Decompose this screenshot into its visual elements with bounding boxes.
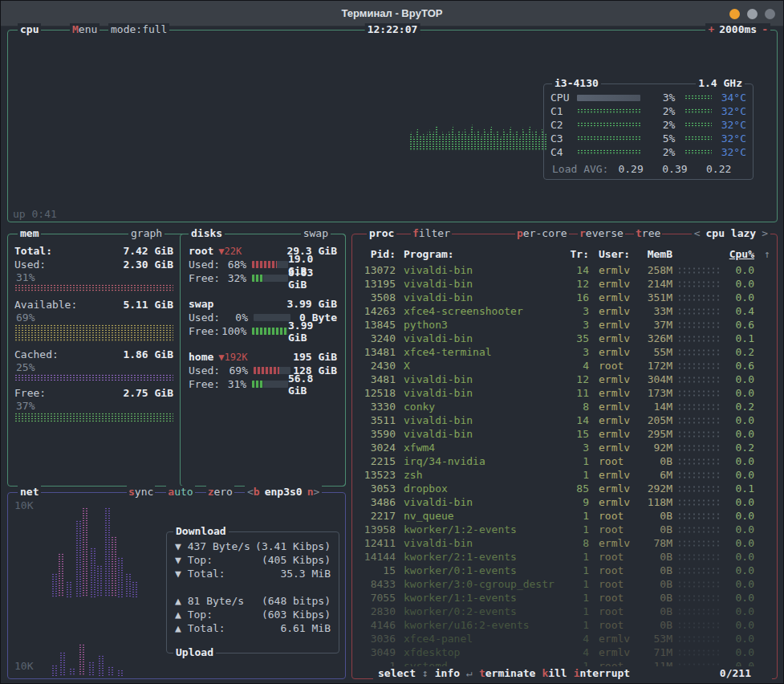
cpu-box: cpu Menu mode:full 12:22:07 + 2000ms - u…: [7, 30, 778, 222]
interval-decrease-button[interactable]: -: [762, 23, 768, 35]
interface-selector: <b enp3s0 n>: [245, 486, 322, 498]
process-row[interactable]: 3590 vivaldi-bin 15 ermlv 295M 0.0: [359, 427, 770, 441]
column-graph-spacer: [677, 250, 721, 258]
process-user: root: [589, 619, 636, 631]
process-row[interactable]: 3511 vivaldi-bin 14 ermlv 205M 0.0: [359, 413, 770, 427]
process-row[interactable]: 3036 xfce4-panel 4 ermlv 53M 0.0: [359, 632, 770, 645]
kill-button[interactable]: kill: [542, 666, 567, 680]
auto-key: a: [168, 486, 174, 498]
process-row[interactable]: 14263 xfce4-screenshooter 3 ermlv 33M 0.…: [359, 304, 770, 318]
process-name: xfwm4: [396, 442, 567, 454]
process-row[interactable]: 4146 kworker/u16:2-events 1 root 0B 0.0: [359, 618, 770, 632]
process-name: python3: [396, 319, 567, 331]
process-row[interactable]: 3486 vivaldi-bin 9 ermlv 118M 0.0: [359, 495, 770, 509]
sync-rest: ync: [135, 486, 153, 498]
interval-control: + 2000ms -: [705, 23, 770, 36]
core-temp-minigraph: [684, 95, 711, 100]
process-row[interactable]: 3240 vivaldi-bin 35 ermlv 326M 0.1: [359, 332, 770, 345]
process-threads: 15: [567, 428, 589, 440]
process-row[interactable]: 15 kworker/0:1-events 1 root 0B 0.0: [359, 564, 770, 577]
process-row[interactable]: 2430 X 4 root 172M 0.6: [359, 359, 770, 373]
process-mem: 304M: [636, 373, 672, 385]
cpu-core-row: C1 2% 32°C: [550, 104, 746, 118]
process-pid: 3053: [359, 482, 396, 495]
process-user: root: [589, 523, 636, 535]
process-row[interactable]: 2217 nv_queue 1 root 0B 0.0: [359, 509, 770, 523]
sort-next-button[interactable]: >: [762, 227, 768, 240]
cpu-core-row: C3 5% 32°C: [550, 132, 746, 145]
sync-button[interactable]: sync: [127, 486, 155, 498]
zero-button[interactable]: zero: [206, 486, 234, 498]
menu-button[interactable]: Menu: [70, 23, 100, 36]
process-threads: 4: [567, 360, 589, 372]
process-row[interactable]: 7055 kworker/1:1-events 1 root 0B 0.0: [359, 591, 770, 605]
process-row[interactable]: 13481 xfce4-terminal 3 ermlv 55M 0.2: [359, 345, 770, 359]
process-row[interactable]: 14144 kworker/2:1-events 1 root 0B 0.0: [359, 550, 770, 564]
maximize-button[interactable]: [747, 9, 758, 19]
process-name: kworker/u16:2-events: [396, 619, 567, 631]
reverse-button[interactable]: reverse: [578, 227, 625, 240]
graph-toggle-button[interactable]: graph: [128, 227, 165, 240]
process-row[interactable]: 2830 kworker/0:2-events 1 root 0B 0.0: [359, 605, 770, 618]
process-row[interactable]: 13523 zsh 1 ermlv 6M 0.0: [359, 468, 770, 482]
process-row[interactable]: 2215 irq/34-nvidia 1 root 0B 0.0: [359, 454, 770, 468]
interval-increase-button[interactable]: +: [708, 23, 714, 35]
process-user: ermlv: [589, 442, 636, 454]
process-threads: 12: [567, 278, 589, 290]
process-cpu: 0.0: [725, 469, 754, 481]
process-pid: 13072: [359, 264, 396, 276]
process-row[interactable]: 3508 vivaldi-bin 16 ermlv 351M 0.0: [359, 291, 770, 304]
iface-next-button[interactable]: n>: [307, 486, 320, 498]
process-cpu-minigraph: [677, 499, 721, 506]
close-button[interactable]: [765, 9, 775, 19]
process-user: root: [589, 578, 636, 590]
mem-entry-value: 1.86 GiB: [123, 348, 173, 360]
process-pid: 13958: [359, 523, 396, 535]
iface-prev-button[interactable]: <b: [247, 486, 260, 498]
process-name: vivaldi-bin: [396, 537, 567, 549]
process-row[interactable]: 3049 xfdesktop 4 ermlv 71M 0.0: [359, 645, 770, 659]
process-user: ermlv: [589, 319, 636, 331]
process-row[interactable]: 13845 python3 3 ermlv 37M 0.6: [359, 318, 770, 332]
process-user: ermlv: [589, 387, 636, 399]
tree-button[interactable]: tree: [634, 227, 662, 240]
auto-button[interactable]: auto: [166, 486, 194, 498]
process-user: ermlv: [589, 633, 636, 645]
filter-button[interactable]: filter: [411, 227, 452, 240]
mem-box: mem graph Total: 7.42 GiB Used: 2.30 GiB…: [7, 234, 346, 487]
net-box-title: net: [18, 486, 41, 499]
process-row[interactable]: 13958 kworker/1:2-events 1 root 0B 0.0: [359, 523, 770, 536]
column-user: User:: [589, 248, 636, 260]
process-row[interactable]: 3053 dropbox 85 ermlv 292M 0.1: [359, 482, 770, 495]
enter-key-icon: ↵: [466, 666, 473, 680]
process-row[interactable]: 3330 conky 8 ermlv 14M 0.2: [359, 400, 770, 413]
process-row[interactable]: 12518 vivaldi-bin 11 ermlv 173M 0.0: [359, 386, 770, 400]
process-threads: 1: [567, 523, 589, 535]
net-stat-line: ▲ Top: (603 Kibps): [175, 609, 331, 622]
process-row[interactable]: 13195 vivaldi-bin 12 ermlv 214M 0.0: [359, 277, 770, 291]
sort-prev-button[interactable]: <: [694, 227, 701, 240]
disk-name: home: [189, 351, 213, 363]
terminate-button[interactable]: terminate: [479, 666, 535, 680]
info-button[interactable]: info: [435, 666, 460, 680]
mode-button[interactable]: mode:full: [108, 23, 169, 36]
scroll-up-indicator[interactable]: ↑: [756, 248, 770, 260]
disk-name: swap: [189, 298, 213, 310]
process-name: xfce4-panel: [396, 633, 567, 645]
process-pid: 3240: [359, 332, 396, 344]
mem-entry-percent: 69%: [14, 311, 173, 324]
process-row[interactable]: 8433 kworker/3:0-cgroup_destr 1 root 0B …: [359, 577, 770, 591]
load-average: Load AVG: 0.29 0.39 0.22: [552, 163, 745, 175]
process-row[interactable]: 12411 vivaldi-bin 8 ermlv 78M 0.0: [359, 536, 770, 550]
process-row[interactable]: 3024 xfwm4 3 ermlv 92M 0.2: [359, 441, 770, 454]
process-row[interactable]: 13072 vivaldi-bin 14 ermlv 258M 0.0: [359, 263, 770, 277]
proc-footer: select ↕ info ↵ terminate kill interrupt…: [373, 666, 772, 680]
per-core-button[interactable]: per-core: [515, 227, 569, 240]
sort-control: < cpu lazy >: [692, 227, 770, 240]
swap-toggle-button[interactable]: swap: [301, 227, 331, 240]
interrupt-button[interactable]: interrupt: [574, 666, 630, 680]
process-threads: 4: [567, 633, 589, 645]
minimize-button[interactable]: [729, 9, 740, 19]
cpu-core-row: CPU 3% 34°C: [550, 91, 746, 104]
process-row[interactable]: 3481 vivaldi-bin 12 ermlv 304M 0.0: [359, 373, 770, 386]
